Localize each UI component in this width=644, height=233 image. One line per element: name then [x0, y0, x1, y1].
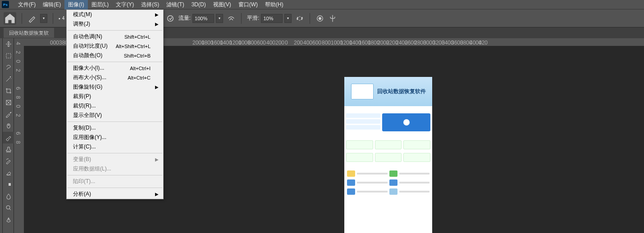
toolbar — [3, 38, 14, 233]
submenu-arrow-icon: ▶ — [155, 157, 159, 162]
image-menu-dropdown: 模式(M)▶调整(J)▶自动色调(N)Shift+Ctrl+L自动对比度(U)A… — [66, 9, 164, 199]
menu-帮助(H)[interactable]: 帮助(H) — [261, 0, 287, 9]
document-tab[interactable]: 回收站数据恢复软 — [4, 28, 54, 38]
home-icon[interactable] — [4, 12, 16, 25]
blur-tool[interactable] — [3, 190, 14, 202]
menu-编辑(E)[interactable]: 编辑(E) — [39, 0, 64, 9]
menu-item-画布大小(S)...[interactable]: 画布大小(S)...Alt+Ctrl+C — [67, 73, 163, 82]
menu-item-自动色调(N)[interactable]: 自动色调(N)Shift+Ctrl+L — [67, 32, 163, 41]
flow-input[interactable] — [192, 14, 214, 23]
svg-point-4 — [319, 17, 321, 19]
smooth-label: 平滑: — [247, 14, 259, 22]
healing-tool[interactable] — [3, 120, 14, 132]
menu-item-变量(B): 变量(B)▶ — [67, 155, 163, 164]
svg-point-2 — [168, 15, 174, 21]
gradient-tool[interactable] — [3, 179, 14, 190]
flow-label: 流量: — [178, 14, 191, 22]
svg-point-8 — [8, 125, 9, 125]
ruler-vertical: 4202680268 — [14, 38, 24, 233]
pen-tool[interactable] — [3, 214, 14, 225]
menu-item-图像大小(I)...[interactable]: 图像大小(I)...Alt+Ctrl+I — [67, 63, 163, 73]
document-image: 回收站数据恢复软件 — [344, 77, 432, 233]
eraser-tool[interactable] — [3, 167, 14, 179]
lasso-tool[interactable] — [3, 62, 14, 73]
menu-滤镜(T)[interactable]: 滤镜(T) — [163, 0, 187, 9]
pressure-size-icon[interactable] — [315, 14, 324, 23]
crop-tool[interactable] — [3, 85, 14, 97]
submenu-arrow-icon: ▶ — [155, 192, 159, 197]
eyedropper-tool[interactable] — [3, 108, 14, 120]
menu-item-自动对比度(U)[interactable]: 自动对比度(U)Alt+Shift+Ctrl+L — [67, 41, 163, 51]
brush-dropdown[interactable]: ▾ — [40, 14, 47, 23]
stamp-tool[interactable] — [3, 143, 14, 155]
menu-item-图像旋转(G)[interactable]: 图像旋转(G)▶ — [67, 82, 163, 92]
menu-item-裁剪(P)[interactable]: 裁剪(P) — [67, 92, 163, 101]
menu-item-显示全部(V)[interactable]: 显示全部(V) — [67, 111, 163, 120]
brush-preset-icon[interactable] — [27, 14, 37, 23]
dodge-tool[interactable] — [3, 202, 14, 214]
gear-icon[interactable] — [295, 14, 304, 23]
menu-item-计算(C)...[interactable]: 计算(C)... — [67, 142, 163, 152]
frame-tool[interactable] — [3, 97, 14, 108]
menu-item-复制(D)...[interactable]: 复制(D)... — [67, 123, 163, 133]
menu-item-应用图像(Y)...[interactable]: 应用图像(Y)... — [67, 133, 163, 142]
menu-文件(F)[interactable]: 文件(F) — [14, 0, 39, 9]
submenu-arrow-icon: ▶ — [155, 12, 159, 17]
menubar: Ps 文件(F)编辑(E)图像(I)图层(L)文字(Y)选择(S)滤镜(T)3D… — [0, 0, 644, 9]
menu-item-应用数据组(L)...: 应用数据组(L)... — [67, 164, 163, 174]
menu-图像(I)[interactable]: 图像(I) — [64, 0, 87, 9]
brush-tool[interactable] — [3, 132, 14, 143]
menu-item-裁切(R)...[interactable]: 裁切(R)... — [67, 101, 163, 111]
move-tool[interactable] — [3, 38, 14, 50]
svg-rect-5 — [6, 54, 11, 58]
marquee-tool[interactable] — [3, 50, 14, 62]
wand-tool[interactable] — [3, 73, 14, 85]
smooth-dropdown[interactable]: ▾ — [284, 14, 292, 23]
menu-item-调整(J)[interactable]: 调整(J)▶ — [67, 19, 163, 29]
flow-dropdown[interactable]: ▾ — [216, 14, 223, 23]
history-brush-tool[interactable] — [3, 155, 14, 167]
pressure-opacity-icon[interactable] — [166, 14, 175, 23]
ps-logo: Ps — [2, 1, 9, 8]
submenu-arrow-icon: ▶ — [155, 22, 159, 27]
menu-item-自动颜色(O)[interactable]: 自动颜色(O)Shift+Ctrl+B — [67, 51, 163, 60]
menu-item-分析(A)[interactable]: 分析(A)▶ — [67, 189, 163, 199]
airbrush-icon[interactable] — [227, 14, 236, 23]
menu-图层(L)[interactable]: 图层(L) — [88, 0, 113, 9]
smooth-input[interactable] — [261, 14, 283, 23]
submenu-arrow-icon: ▶ — [155, 85, 159, 90]
menu-item-陷印(T)...: 陷印(T)... — [67, 177, 163, 186]
menu-窗口(W)[interactable]: 窗口(W) — [235, 0, 261, 9]
menu-视图(V)[interactable]: 视图(V) — [210, 0, 235, 9]
menu-3D(D)[interactable]: 3D(D) — [188, 0, 210, 9]
svg-rect-10 — [6, 183, 9, 186]
menu-文字(Y)[interactable]: 文字(Y) — [112, 0, 137, 9]
menu-item-模式(M)[interactable]: 模式(M)▶ — [67, 10, 163, 19]
symmetry-icon[interactable] — [328, 14, 337, 23]
svg-point-11 — [6, 206, 10, 209]
menu-选择(S)[interactable]: 选择(S) — [137, 0, 163, 9]
